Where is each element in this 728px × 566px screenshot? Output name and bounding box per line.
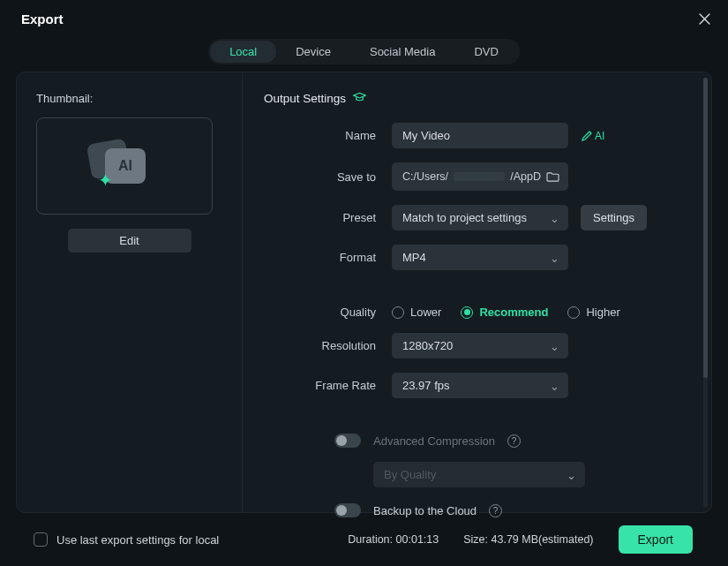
resolution-select[interactable]: 1280x720 (392, 333, 568, 358)
preset-select[interactable]: Match to project settings (392, 205, 568, 230)
quality-radio-recommend[interactable]: Recommend (461, 306, 548, 319)
remember-settings-checkbox[interactable] (34, 532, 48, 547)
quality-radio-lower[interactable]: Lower (392, 306, 441, 319)
quality-radio-higher[interactable]: Higher (567, 306, 619, 319)
output-settings-heading: Output Settings (264, 92, 688, 105)
help-icon[interactable]: ? (489, 504, 502, 517)
quality-label: Quality (264, 306, 392, 319)
preset-settings-button[interactable]: Settings (581, 205, 647, 230)
framerate-label: Frame Rate (264, 379, 392, 392)
close-icon (699, 13, 710, 25)
tab-social-media[interactable]: Social Media (350, 41, 454, 63)
folder-icon[interactable] (546, 171, 559, 183)
edit-thumbnail-button[interactable]: Edit (68, 229, 191, 253)
ai-thumbnail-icon: AI ✦ (98, 145, 151, 187)
remember-settings-label: Use last export settings for local (56, 533, 219, 547)
saveto-path-suffix: /AppD (510, 170, 541, 183)
pencil-icon (581, 130, 593, 142)
help-icon[interactable]: ? (507, 434, 521, 448)
close-button[interactable] (694, 9, 714, 28)
name-label: Name (264, 129, 392, 142)
preset-label: Preset (264, 211, 392, 224)
size-readout: Size: 43.79 MB(estimated) (463, 533, 593, 546)
resolution-label: Resolution (264, 339, 392, 352)
tab-dvd[interactable]: DVD (454, 41, 517, 63)
format-select[interactable]: MP4 (392, 245, 568, 270)
saveto-path-obscured (454, 172, 505, 181)
ai-rename-button[interactable]: AI (581, 130, 604, 142)
saveto-field[interactable]: C:/Users/ /AppD (392, 162, 568, 191)
scrollbar[interactable] (703, 78, 708, 507)
compression-mode-select: By Quality (373, 462, 585, 487)
thumbnail-label: Thumbnail: (36, 92, 222, 105)
backup-cloud-label: Backup to the Cloud (373, 504, 477, 517)
framerate-select[interactable]: 23.97 fps (392, 373, 568, 398)
graduation-icon[interactable] (353, 92, 366, 105)
name-input[interactable] (392, 123, 568, 148)
dialog-title: Export (21, 11, 64, 26)
advanced-compression-label: Advanced Compression (373, 434, 495, 448)
thumbnail-preview[interactable]: AI ✦ (36, 117, 213, 215)
tab-local[interactable]: Local (210, 41, 276, 63)
saveto-label: Save to (264, 170, 392, 184)
export-tabs: Local Device Social Media DVD (0, 35, 728, 72)
tab-device[interactable]: Device (276, 41, 350, 63)
advanced-compression-toggle[interactable] (334, 434, 361, 448)
format-label: Format (264, 251, 392, 264)
saveto-path-prefix: C:/Users/ (402, 170, 448, 183)
duration-readout: Duration: 00:01:13 (348, 533, 439, 546)
backup-cloud-toggle[interactable] (334, 503, 361, 517)
